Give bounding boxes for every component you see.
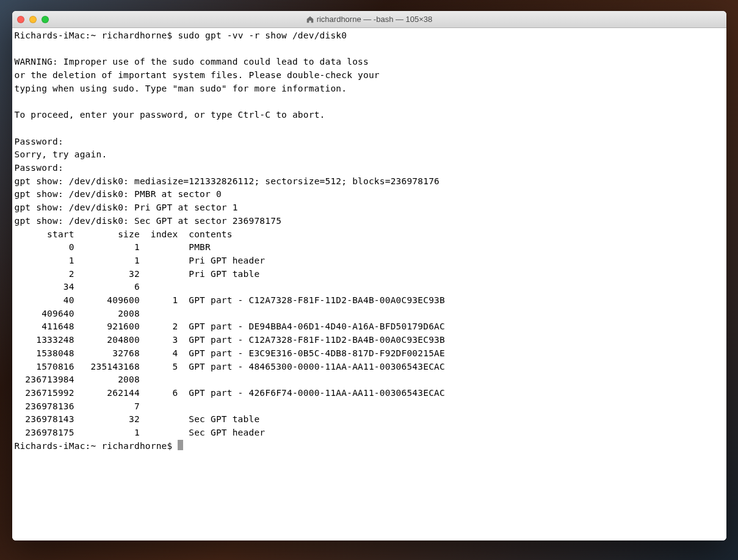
command: sudo gpt -vv -r show /dev/disk0 xyxy=(178,31,347,40)
table-row: 409640 2008 xyxy=(15,309,189,318)
terminal-body[interactable]: Richards-iMac:~ richardhorne$ sudo gpt -… xyxy=(12,28,726,540)
table-row: 411648 921600 2 GPT part - DE94BBA4-06D1… xyxy=(15,321,445,331)
gpt-info-line: gpt show: /dev/disk0: PMBR at sector 0 xyxy=(15,189,222,199)
window-title-wrap: richardhorne — -bash — 105×38 xyxy=(12,15,726,24)
prompt: Richards-iMac:~ richardhorne$ xyxy=(15,31,178,40)
table-row: 1538048 32768 4 GPT part - E3C9E316-0B5C… xyxy=(15,348,445,358)
table-row: 1333248 204800 3 GPT part - C12A7328-F81… xyxy=(15,335,445,345)
gpt-info-line: gpt show: /dev/disk0: mediasize=12133282… xyxy=(15,176,440,186)
prompt-line-1: Richards-iMac:~ richardhorne$ sudo gpt -… xyxy=(15,31,347,40)
sorry-line: Sorry, try again. xyxy=(15,149,107,159)
password-prompt: Password: xyxy=(15,137,63,146)
home-icon xyxy=(306,15,314,24)
traffic-lights xyxy=(17,16,49,23)
table-row: 2 32 Pri GPT table xyxy=(15,269,260,279)
table-row: 236978143 32 Sec GPT table xyxy=(15,414,260,424)
gpt-info-line: gpt show: /dev/disk0: Pri GPT at sector … xyxy=(15,203,238,212)
minimize-button[interactable] xyxy=(29,16,37,23)
blank-line xyxy=(15,44,20,54)
titlebar[interactable]: richardhorne — -bash — 105×38 xyxy=(12,11,726,28)
terminal-window: richardhorne — -bash — 105×38 Richards-i… xyxy=(12,11,726,540)
table-row: 236713984 2008 xyxy=(15,375,189,384)
warning-line: WARNING: Improper use of the sudo comman… xyxy=(15,57,369,66)
gpt-info-line: gpt show: /dev/disk0: Sec GPT at sector … xyxy=(15,216,282,226)
close-button[interactable] xyxy=(17,16,24,23)
table-row: 1570816 235143168 5 GPT part - 48465300-… xyxy=(15,362,445,372)
cursor xyxy=(178,440,183,450)
maximize-button[interactable] xyxy=(42,16,49,23)
table-row: 236978136 7 xyxy=(15,401,189,411)
table-row: 1 1 Pri GPT header xyxy=(15,256,266,265)
blank-line xyxy=(15,97,20,107)
warning-line: typing when using sudo. Type "man sudo" … xyxy=(15,84,347,93)
prompt-line-2: Richards-iMac:~ richardhorne$ xyxy=(15,441,184,451)
table-header: start size index contents xyxy=(15,229,233,239)
prompt: Richards-iMac:~ richardhorne$ xyxy=(15,441,178,451)
table-row: 236715992 262144 6 GPT part - 426F6F74-0… xyxy=(15,388,445,398)
password-prompt: Password: xyxy=(15,163,63,173)
blank-line xyxy=(15,123,20,133)
table-row: 236978175 1 Sec GPT header xyxy=(15,428,266,437)
table-row: 34 6 xyxy=(15,282,189,292)
table-row: 40 409600 1 GPT part - C12A7328-F81F-11D… xyxy=(15,295,445,305)
table-row: 0 1 PMBR xyxy=(15,242,211,252)
warning-line: or the deletion of important system file… xyxy=(15,70,380,80)
window-title: richardhorne — -bash — 105×38 xyxy=(317,15,433,24)
table-rows: 0 1 PMBR 1 1 Pri GPT header 2 32 Pri GPT… xyxy=(15,241,724,440)
proceed-line: To proceed, enter your password, or type… xyxy=(15,110,325,120)
